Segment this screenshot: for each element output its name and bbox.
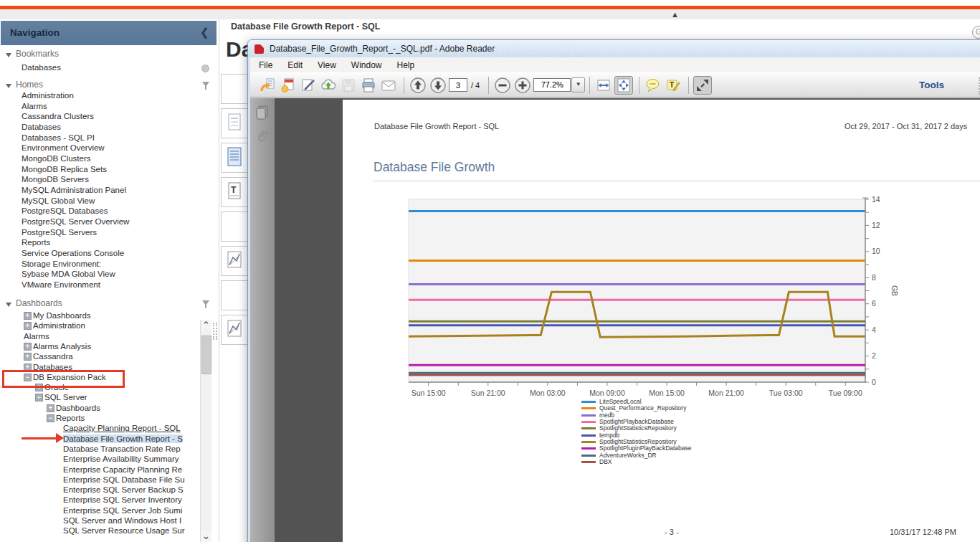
homes-item[interactable]: MongoDB Replica Sets: [22, 165, 107, 173]
homes-item[interactable]: PostgreSQL Servers: [22, 228, 97, 237]
fit-width-button[interactable]: [594, 76, 613, 95]
homes-item[interactable]: Administration: [22, 91, 74, 100]
dashboards-filter-icon[interactable]: [202, 300, 209, 305]
report-thumbnail-text-document[interactable]: T: [221, 177, 249, 207]
dashboards-section-header[interactable]: Dashboards: [6, 298, 62, 308]
window-titlebar[interactable]: Database_File_Growth_Report_-_SQL.pdf - …: [248, 40, 980, 57]
zoom-out-button[interactable]: [493, 76, 512, 95]
tree-item[interactable]: Enterprise SQL Server Inventory: [63, 495, 182, 504]
tree-item[interactable]: Cassandra: [33, 352, 73, 361]
zoom-dropdown-icon[interactable]: ▼: [571, 77, 585, 92]
tree-item[interactable]: Alarms: [24, 332, 49, 341]
homes-item[interactable]: MySQL Global View: [22, 196, 95, 205]
tree-item[interactable]: Enterprise SQL Server Backup S: [63, 485, 184, 494]
scrollbar-thumb[interactable]: [201, 336, 211, 374]
panel-collapse-icon[interactable]: ❮: [200, 26, 209, 39]
tree-item[interactable]: Alarms Analysis: [33, 342, 91, 351]
homes-item[interactable]: Alarms: [22, 102, 47, 110]
splitter-grip[interactable]: [216, 323, 219, 340]
tree-item[interactable]: Enterprise SQL Database File Su: [63, 475, 185, 484]
expand-plus-icon[interactable]: +: [24, 322, 32, 330]
collapse-minus-icon[interactable]: −: [47, 414, 54, 422]
expand-plus-icon[interactable]: +: [24, 312, 32, 320]
expand-plus-icon[interactable]: +: [24, 353, 32, 361]
homes-section-header[interactable]: Homes: [6, 80, 43, 90]
triangle-down-icon: [6, 53, 11, 57]
expand-plus-icon[interactable]: +: [24, 343, 32, 351]
menu-window[interactable]: Window: [351, 60, 382, 70]
homes-filter-icon[interactable]: [202, 82, 209, 87]
bookmarks-section-header[interactable]: Bookmarks: [6, 49, 59, 59]
report-thumbnail-blank[interactable]: [221, 74, 249, 104]
tree-item[interactable]: My Dashboards: [33, 311, 91, 320]
zoom-in-button[interactable]: [513, 76, 532, 95]
scroll-down-icon[interactable]: ⌄: [201, 531, 211, 542]
homes-item[interactable]: Reports: [22, 238, 50, 247]
create-pdf-button[interactable]: [279, 76, 298, 95]
report-thumbnail-blank[interactable]: [221, 280, 249, 310]
bookmark-item[interactable]: Databases: [22, 63, 61, 72]
tree-item[interactable]: Reports: [56, 414, 85, 422]
homes-item[interactable]: Databases - SQL PI: [22, 133, 95, 142]
homes-item[interactable]: Sybase MDA Global View: [22, 270, 115, 278]
zoom-level-value[interactable]: 77.2%: [533, 78, 571, 92]
report-thumbnail-chart[interactable]: [221, 315, 249, 345]
homes-item[interactable]: Environment Overview: [22, 143, 105, 152]
attachments-paperclip-icon[interactable]: [254, 128, 271, 146]
legend-label: SpotlightPluginPlayBackDatabase: [599, 445, 692, 452]
homes-item[interactable]: PostgreSQL Server Overview: [22, 217, 129, 226]
sign-button[interactable]: [299, 76, 318, 95]
homes-item[interactable]: Storage Environment:: [22, 260, 101, 268]
homes-item[interactable]: PostgreSQL Databases: [22, 206, 108, 215]
report-thumbnail-document-filled[interactable]: [221, 143, 249, 173]
fullscreen-button[interactable]: [693, 76, 712, 95]
expand-plus-icon[interactable]: +: [47, 404, 54, 412]
menu-file[interactable]: File: [259, 60, 272, 70]
homes-item[interactable]: MySQL Administration Panel: [22, 186, 126, 194]
homes-item[interactable]: MongoDB Servers: [22, 175, 89, 184]
highlight-text-button[interactable]: T: [664, 76, 682, 95]
tree-item[interactable]: Database File Growth Report - S: [63, 434, 183, 443]
homes-item[interactable]: Databases: [22, 123, 61, 131]
tree-item[interactable]: Dashboards: [56, 404, 100, 412]
header-collapse-strip[interactable]: [0, 9, 980, 19]
homes-item[interactable]: MongoDB Clusters: [22, 154, 91, 163]
tree-item[interactable]: Enterprise SQL Server Job Sumi: [63, 506, 182, 515]
report-thumbnail-blank[interactable]: [221, 211, 249, 242]
page-number-input[interactable]: [449, 78, 467, 92]
menu-edit[interactable]: Edit: [287, 60, 303, 70]
tree-item[interactable]: SQL Server and Windows Host I: [63, 516, 181, 525]
report-thumbnail-chart[interactable]: [221, 246, 249, 276]
menu-view[interactable]: View: [318, 60, 336, 70]
tree-row: Database Transaction Rate Rep: [0, 444, 200, 455]
tree-item[interactable]: Capacity Planning Report - SQL: [63, 424, 181, 432]
tree-item[interactable]: Database Transaction Rate Rep: [63, 444, 181, 453]
tree-item[interactable]: Enterprise Availability Summary: [63, 455, 179, 463]
cloud-upload-button[interactable]: [319, 76, 338, 95]
homes-item[interactable]: Service Operations Console: [22, 249, 124, 257]
page-thumbnails-icon[interactable]: [254, 104, 271, 121]
save-button[interactable]: [339, 76, 358, 95]
email-button[interactable]: [379, 76, 398, 95]
collapse-up-icon[interactable]: ▲: [671, 9, 679, 19]
previous-page-button[interactable]: [409, 76, 427, 95]
tools-button[interactable]: Tools: [919, 80, 944, 90]
report-thumbnail-document[interactable]: [221, 108, 249, 138]
help-circle-icon[interactable]: G: [972, 26, 980, 39]
menu-help[interactable]: Help: [397, 60, 415, 70]
tree-item[interactable]: SQL Server: [44, 393, 87, 401]
print-button[interactable]: [359, 76, 378, 95]
tree-item[interactable]: Enterprise Capacity Planning Re: [63, 465, 182, 474]
homes-item[interactable]: Cassandra Clusters: [22, 112, 94, 120]
open-file-button[interactable]: [259, 76, 277, 95]
scroll-up-icon[interactable]: ⌃: [201, 320, 211, 331]
tree-item[interactable]: SQL Server Resource Usage Sur: [63, 526, 185, 535]
homes-item[interactable]: VMware Environment: [22, 280, 100, 289]
fit-page-button[interactable]: [614, 76, 633, 95]
sidebar-scrollbar[interactable]: ⌃ ⌄: [200, 320, 211, 542]
bookmark-remove-icon[interactable]: [201, 65, 209, 72]
tree-item[interactable]: Administration: [33, 321, 85, 330]
next-page-button[interactable]: [429, 76, 447, 95]
collapse-minus-icon[interactable]: −: [35, 394, 43, 401]
comment-button[interactable]: [644, 76, 662, 95]
